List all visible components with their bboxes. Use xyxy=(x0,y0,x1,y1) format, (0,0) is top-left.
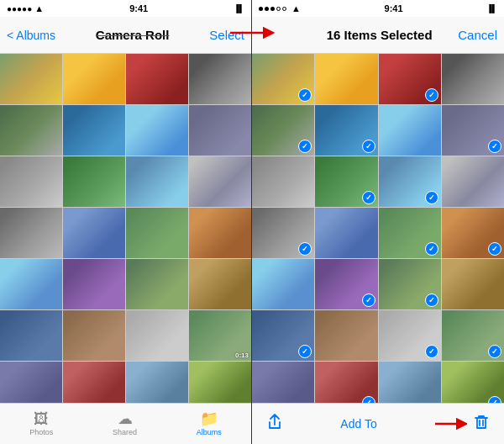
photo-cell[interactable]: ✓ xyxy=(252,208,314,258)
check-badge: ✓ xyxy=(425,293,438,307)
photo-cell[interactable] xyxy=(315,310,377,361)
photo-cell[interactable] xyxy=(63,362,125,403)
photo-cell[interactable]: 0:13 xyxy=(189,310,251,361)
right-time: 9:41 xyxy=(385,3,403,13)
check-badge: ✓ xyxy=(298,345,312,358)
check-badge: ✓ xyxy=(362,191,375,204)
photo-cell[interactable] xyxy=(63,105,125,156)
trash-icon xyxy=(472,413,491,431)
shared-tab-icon: ☁ xyxy=(118,411,133,426)
photo-cell[interactable] xyxy=(0,105,62,156)
photo-cell[interactable]: ✓ xyxy=(442,105,504,156)
photo-cell[interactable] xyxy=(189,208,251,258)
check-badge: ✓ xyxy=(488,140,501,153)
check-badge: ✓ xyxy=(298,140,312,153)
tab-photos[interactable]: 🖼 Photos xyxy=(29,411,53,436)
items-selected-title: 16 Items Selected xyxy=(327,28,433,42)
photo-cell[interactable]: ✓ xyxy=(252,310,314,361)
photo-cell[interactable] xyxy=(189,54,251,104)
video-duration: 0:13 xyxy=(235,352,249,359)
photo-cell[interactable] xyxy=(315,54,377,104)
right-battery-icons: ▐▌ xyxy=(486,4,497,13)
photo-cell[interactable]: ✓ xyxy=(315,105,377,156)
photo-cell[interactable] xyxy=(315,208,377,258)
check-badge: ✓ xyxy=(425,345,438,358)
photo-cell[interactable]: ✓ xyxy=(379,208,441,258)
left-phone-panel: ●●●●● ▲ 9:41 ▐▌ < Albums Camera Roll Sel… xyxy=(0,0,252,444)
photo-cell[interactable] xyxy=(189,105,251,156)
trash-arrow-icon xyxy=(433,416,467,431)
photo-cell[interactable] xyxy=(126,259,188,309)
photo-cell[interactable] xyxy=(379,362,441,403)
check-badge: ✓ xyxy=(425,242,438,256)
signal-dot-4 xyxy=(276,7,281,11)
photo-cell[interactable] xyxy=(63,54,125,104)
photo-cell[interactable]: ✓ xyxy=(315,259,377,309)
left-status-bar: ●●●●● ▲ 9:41 ▐▌ xyxy=(0,0,251,17)
photo-cell[interactable] xyxy=(63,208,125,258)
left-photo-grid: 0:13 xyxy=(0,54,251,403)
photo-cell[interactable]: ✓ xyxy=(315,156,377,207)
photo-cell[interactable] xyxy=(63,259,125,309)
photo-cell[interactable] xyxy=(0,208,62,258)
trash-button[interactable] xyxy=(472,413,491,436)
left-battery-icons: ▐▌ xyxy=(234,4,244,13)
photo-cell[interactable] xyxy=(189,362,251,403)
check-badge: ✓ xyxy=(298,242,312,256)
trash-wrapper xyxy=(433,413,491,436)
signal-dots xyxy=(259,7,286,11)
photo-cell[interactable] xyxy=(0,156,62,207)
photo-cell[interactable] xyxy=(63,310,125,361)
photo-cell[interactable] xyxy=(0,259,62,309)
photo-cell[interactable]: ✓ xyxy=(315,362,377,403)
photo-cell[interactable] xyxy=(252,362,314,403)
right-status-bar: ▲ 9:41 ▐▌ xyxy=(252,0,504,17)
share-button[interactable] xyxy=(265,413,284,436)
signal-dot-1 xyxy=(259,7,263,11)
photo-cell[interactable] xyxy=(0,362,62,403)
photo-cell[interactable]: ✓ xyxy=(379,259,441,309)
photo-cell[interactable] xyxy=(0,310,62,361)
photo-cell[interactable] xyxy=(63,156,125,207)
photo-cell[interactable]: ✓ xyxy=(252,54,314,104)
photo-cell[interactable] xyxy=(126,208,188,258)
photo-cell[interactable] xyxy=(126,105,188,156)
photo-cell[interactable]: ✓ xyxy=(379,54,441,104)
photo-cell[interactable] xyxy=(442,259,504,309)
check-badge: ✓ xyxy=(488,396,501,403)
tab-albums[interactable]: 📁 Albums xyxy=(197,411,222,436)
back-button[interactable]: < Albums xyxy=(7,29,55,42)
signal-dot-3 xyxy=(270,7,275,11)
photo-cell[interactable] xyxy=(379,105,441,156)
photo-cell[interactable]: ✓ xyxy=(442,362,504,403)
arrow-icon xyxy=(228,25,275,40)
photo-cell[interactable] xyxy=(0,54,62,104)
battery-icon: ▐▌ xyxy=(234,4,244,13)
nav-title: Camera Roll xyxy=(96,28,170,42)
photo-cell[interactable] xyxy=(189,259,251,309)
check-badge: ✓ xyxy=(425,88,438,102)
check-badge: ✓ xyxy=(362,140,375,153)
photo-cell[interactable] xyxy=(126,362,188,403)
photo-cell[interactable]: ✓ xyxy=(379,310,441,361)
tab-bar: 🖼 Photos ☁ Shared 📁 Albums xyxy=(0,403,251,444)
photo-cell[interactable] xyxy=(126,54,188,104)
photo-cell[interactable]: ✓ xyxy=(442,208,504,258)
check-badge: ✓ xyxy=(488,345,501,358)
add-to-button[interactable]: Add To xyxy=(340,417,376,431)
photo-cell[interactable] xyxy=(252,156,314,207)
photo-cell[interactable] xyxy=(126,156,188,207)
cancel-button[interactable]: Cancel xyxy=(458,28,497,42)
photo-cell[interactable]: ✓ xyxy=(252,105,314,156)
photo-cell[interactable] xyxy=(442,54,504,104)
bottom-toolbar: Add To xyxy=(252,403,504,444)
photo-cell[interactable] xyxy=(126,310,188,361)
photo-cell[interactable]: ✓ xyxy=(442,310,504,361)
photo-cell[interactable] xyxy=(189,156,251,207)
check-badge: ✓ xyxy=(425,191,438,204)
tab-shared[interactable]: ☁ Shared xyxy=(113,411,137,436)
photo-cell[interactable]: ✓ xyxy=(379,156,441,207)
left-signal-icons: ●●●●● ▲ xyxy=(7,3,44,13)
photo-cell[interactable] xyxy=(252,259,314,309)
photo-cell[interactable] xyxy=(442,156,504,207)
